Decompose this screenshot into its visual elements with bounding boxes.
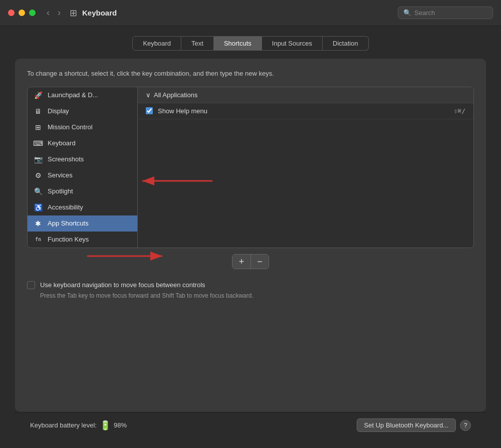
add-shortcut-button[interactable]: + xyxy=(232,255,250,269)
add-remove-bar: + − xyxy=(27,254,474,269)
section-header: ∨ All Applications xyxy=(138,87,473,103)
sidebar-label-keyboard: Keyboard xyxy=(48,139,76,147)
keyboard-nav-sublabel: Press the Tab key to move focus forward … xyxy=(40,292,474,299)
search-input[interactable] xyxy=(414,9,487,17)
sidebar-item-keyboard[interactable]: ⌨ Keyboard xyxy=(28,135,137,151)
section-header-label: All Applications xyxy=(154,91,197,99)
minimize-button[interactable] xyxy=(19,10,25,16)
shortcut-name-show-help: Show Help menu xyxy=(158,107,449,115)
sidebar-item-accessibility[interactable]: ♿ Accessibility xyxy=(28,199,137,215)
battery-label: Keyboard battery level: 🔋 98% xyxy=(30,420,127,431)
launchpad-icon: 🚀 xyxy=(34,91,43,100)
sidebar-item-services[interactable]: ⚙ Services xyxy=(28,167,137,183)
back-button[interactable]: ‹ xyxy=(44,7,53,19)
shortcut-keys-show-help: ⇧⌘/ xyxy=(454,107,465,115)
function-keys-icon: fn xyxy=(34,235,43,244)
sidebar-label-display: Display xyxy=(48,107,69,115)
right-pane: ∨ All Applications Show Help menu ⇧⌘/ xyxy=(138,87,473,248)
keyboard-nav-label: Use keyboard navigation to move focus be… xyxy=(40,281,205,289)
battery-percent: 98% xyxy=(114,421,127,429)
sidebar-item-mission-control[interactable]: ⊞ Mission Control xyxy=(28,119,137,135)
sidebar-label-function-keys: Function Keys xyxy=(48,236,89,243)
keyboard-nav-row: Use keyboard navigation to move focus be… xyxy=(27,281,474,289)
display-icon: 🖥 xyxy=(34,107,43,116)
sidebar-label-services: Services xyxy=(48,171,73,179)
main-content: Keyboard Text Shortcuts Input Sources Di… xyxy=(0,26,501,448)
annotation-wrapper: 🚀 Launchpad & D... 🖥 Display ⊞ Mission C… xyxy=(27,87,474,248)
search-icon: 🔍 xyxy=(403,9,411,17)
keyboard-nav-section: Use keyboard navigation to move focus be… xyxy=(27,281,474,299)
grid-icon: ⊞ xyxy=(70,8,77,19)
sidebar-label-app-shortcuts: App Shortcuts xyxy=(48,219,89,227)
keyboard-nav-checkbox[interactable] xyxy=(27,281,35,289)
traffic-lights xyxy=(8,10,36,16)
titlebar: ‹ › ⊞ Keyboard 🔍 xyxy=(0,0,501,26)
sidebar-item-display[interactable]: 🖥 Display xyxy=(28,103,137,119)
sidebar-label-screenshots: Screenshots xyxy=(48,155,84,163)
sidebar-item-launchpad[interactable]: 🚀 Launchpad & D... xyxy=(28,87,137,103)
sidebar-label-accessibility: Accessibility xyxy=(48,203,83,211)
battery-label-text: Keyboard battery level: xyxy=(30,421,97,429)
accessibility-icon: ♿ xyxy=(34,203,43,212)
help-button[interactable]: ? xyxy=(460,420,471,431)
instruction-text: To change a shortcut, select it, click t… xyxy=(27,69,474,79)
close-button[interactable] xyxy=(8,10,15,16)
search-box: 🔍 xyxy=(398,7,493,19)
tab-bar: Keyboard Text Shortcuts Input Sources Di… xyxy=(15,36,486,51)
show-help-menu-checkbox[interactable] xyxy=(146,107,153,114)
nav-buttons: ‹ › xyxy=(44,7,64,19)
remove-shortcut-button[interactable]: − xyxy=(250,255,269,269)
footer-right: Set Up Bluetooth Keyboard... ? xyxy=(357,418,471,432)
window-title: Keyboard xyxy=(82,9,117,17)
sidebar-list: 🚀 Launchpad & D... 🖥 Display ⊞ Mission C… xyxy=(28,87,138,248)
tab-text[interactable]: Text xyxy=(181,36,214,51)
setup-bluetooth-button[interactable]: Set Up Bluetooth Keyboard... xyxy=(357,418,456,432)
tab-keyboard[interactable]: Keyboard xyxy=(132,36,181,51)
add-remove-annotation-wrapper: + − xyxy=(27,248,474,273)
tab-shortcuts[interactable]: Shortcuts xyxy=(214,36,262,51)
app-shortcuts-icon: ✱ xyxy=(34,219,43,228)
split-container: 🚀 Launchpad & D... 🖥 Display ⊞ Mission C… xyxy=(27,87,474,248)
sidebar-label-spotlight: Spotlight xyxy=(48,187,73,195)
sidebar-item-app-shortcuts[interactable]: ✱ App Shortcuts xyxy=(28,215,137,232)
tab-input-sources[interactable]: Input Sources xyxy=(262,36,323,51)
sidebar-item-screenshots[interactable]: 📷 Screenshots xyxy=(28,151,137,167)
battery-icon: 🔋 xyxy=(100,420,111,431)
footer: Keyboard battery level: 🔋 98% Set Up Blu… xyxy=(15,412,486,438)
panel: To change a shortcut, select it, click t… xyxy=(15,59,486,412)
chevron-down-icon: ∨ xyxy=(146,91,151,99)
shortcut-row: Show Help menu ⇧⌘/ xyxy=(138,103,473,119)
keyboard-icon: ⌨ xyxy=(34,139,43,148)
tab-dictation[interactable]: Dictation xyxy=(323,36,369,51)
screenshots-icon: 📷 xyxy=(34,155,43,164)
sidebar-item-function-keys[interactable]: fn Function Keys xyxy=(28,232,137,248)
services-icon: ⚙ xyxy=(34,171,43,180)
forward-button[interactable]: › xyxy=(55,7,64,19)
spotlight-icon: 🔍 xyxy=(34,187,43,196)
add-remove-buttons: + − xyxy=(232,254,269,269)
maximize-button[interactable] xyxy=(29,10,36,16)
sidebar-label-mission-control: Mission Control xyxy=(48,123,93,131)
mission-control-icon: ⊞ xyxy=(34,123,43,132)
sidebar-item-spotlight[interactable]: 🔍 Spotlight xyxy=(28,183,137,199)
sidebar-label-launchpad: Launchpad & D... xyxy=(48,91,98,99)
